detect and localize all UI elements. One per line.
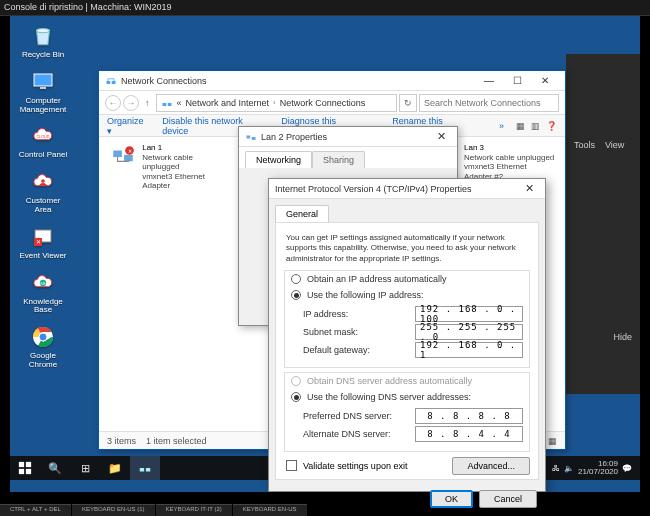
svg-text:✕: ✕ <box>127 148 131 154</box>
dns-group: Obtain DNS server address automatically … <box>284 372 530 452</box>
svg-text:CLOUD: CLOUD <box>37 135 50 139</box>
view-label[interactable]: View <box>605 140 624 150</box>
label: Obtain DNS server address automatically <box>307 376 472 386</box>
control-panel-icon[interactable]: CLOUD Control Panel <box>18 122 68 160</box>
back-button[interactable]: ← <box>105 95 121 111</box>
svg-rect-17 <box>113 151 122 158</box>
gateway-input[interactable]: 192 . 168 . 0 . 1 <box>415 342 523 358</box>
tab-networking[interactable]: Networking <box>245 151 312 168</box>
address-bar[interactable]: « Network and Internet › Network Connect… <box>156 94 398 112</box>
svg-rect-29 <box>19 469 24 474</box>
desktop-icons-column: Recycle Bin Computer Management CLOUD Co… <box>18 22 68 370</box>
kbdtab-ctrl-alt-del[interactable]: CTRL + ALT + DEL <box>0 504 71 516</box>
refresh-button[interactable]: ↻ <box>399 94 417 112</box>
event-icon: ✕ <box>28 223 58 251</box>
svg-rect-26 <box>252 137 256 140</box>
chevron-right-icon: › <box>273 98 276 107</box>
radio-ip-auto[interactable]: Obtain an IP address automatically <box>285 271 529 287</box>
view-large-icon[interactable]: ▥ <box>531 121 540 131</box>
computer-management-icon[interactable]: Computer Management <box>18 68 68 115</box>
knowledge-base-icon[interactable]: KB Knowledge Base <box>18 269 68 316</box>
event-viewer-icon[interactable]: ✕ Event Viewer <box>18 223 68 261</box>
crumb-1[interactable]: Network and Internet <box>186 98 270 108</box>
cancel-button[interactable]: Cancel <box>479 490 537 508</box>
svg-rect-31 <box>140 468 144 472</box>
explorer-taskbar-icon[interactable]: 📁 <box>100 456 130 480</box>
advanced-button[interactable]: Advanced... <box>452 457 530 475</box>
info-text: You can get IP settings assigned automat… <box>284 227 530 270</box>
close-button[interactable]: ✕ <box>531 72 559 90</box>
dialog-buttons: OK Cancel <box>269 484 545 514</box>
svg-rect-13 <box>107 81 111 84</box>
lan1-item[interactable]: ✕ Lan 1Network cable unpluggedvmxnet3 Et… <box>109 143 232 201</box>
svg-rect-32 <box>146 468 150 472</box>
window-titlebar[interactable]: Network Connections — ☐ ✕ <box>99 71 565 91</box>
cloud-kb-icon: KB <box>28 269 58 297</box>
window-title: Network Connections <box>121 76 207 86</box>
view-mode-icon[interactable]: ▦ <box>548 436 557 446</box>
search-button[interactable]: 🔍 <box>40 456 70 480</box>
forward-button[interactable]: → <box>123 95 139 111</box>
up-button[interactable]: ↑ <box>141 98 154 108</box>
customer-area-icon[interactable]: Customer Area <box>18 168 68 215</box>
google-chrome-icon[interactable]: Google Chrome <box>18 323 68 370</box>
task-view-button[interactable]: ⊞ <box>70 456 100 480</box>
dns1-input[interactable]: 8 . 8 . 8 . 8 <box>415 408 523 424</box>
search-input[interactable] <box>419 94 559 112</box>
label: Obtain an IP address automatically <box>307 274 446 284</box>
minimize-button[interactable]: — <box>475 72 503 90</box>
cloud-red-icon: CLOUD <box>28 122 58 150</box>
maximize-button[interactable]: ☐ <box>503 72 531 90</box>
label: Use the following DNS server addresses: <box>307 392 471 402</box>
ipv4-properties-dialog: Internet Protocol Version 4 (TCP/IPv4) P… <box>268 178 546 492</box>
clock-date[interactable]: 21/07/2020 <box>578 468 618 476</box>
breadcrumb-bar: ← → ↑ « Network and Internet › Network C… <box>99 91 565 115</box>
view-small-icon[interactable]: ▦ <box>516 121 525 131</box>
validate-checkbox[interactable]: Validate settings upon exit <box>284 456 409 475</box>
svg-rect-15 <box>162 103 166 106</box>
radio-dns-auto: Obtain DNS server address automatically <box>285 373 529 389</box>
tray-network-icon[interactable]: 🖧 <box>552 464 560 473</box>
close-button[interactable]: ✕ <box>519 182 539 195</box>
svg-text:KB: KB <box>41 281 46 285</box>
dialog-titlebar[interactable]: Internet Protocol Version 4 (TCP/IPv4) P… <box>269 179 545 199</box>
kbdtab-1[interactable]: KEYBOARD EN-US (1) <box>72 504 155 516</box>
hide-label[interactable]: Hide <box>613 332 632 342</box>
tab-general[interactable]: General <box>275 205 329 222</box>
recycle-bin-icon[interactable]: Recycle Bin <box>18 22 68 60</box>
network-taskbar-icon[interactable] <box>130 456 160 480</box>
close-button[interactable]: ✕ <box>431 130 451 143</box>
svg-rect-27 <box>19 462 24 467</box>
tools-label[interactable]: Tools <box>574 140 595 150</box>
tab-sharing[interactable]: Sharing <box>312 151 365 168</box>
gateway-label: Default gateway: <box>303 345 409 355</box>
crumb-up: « <box>177 98 182 108</box>
ip-address-group: Obtain an IP address automatically Use t… <box>284 270 530 368</box>
ip-input[interactable]: 192 . 168 . 0 . 100 <box>415 306 523 322</box>
help-icon[interactable]: ❓ <box>546 121 557 131</box>
dialog-titlebar[interactable]: Lan 2 Properties ✕ <box>239 127 457 147</box>
label: Use the following IP address: <box>307 290 423 300</box>
kbdtab-2[interactable]: KEYBOARD IT-IT (2) <box>156 504 232 516</box>
organize-menu[interactable]: Organize ▾ <box>107 116 150 136</box>
tray-sound-icon[interactable]: 🔈 <box>564 464 574 473</box>
cloud-user-icon <box>28 168 58 196</box>
mask-input[interactable]: 255 . 255 . 255 . 0 <box>415 324 523 340</box>
system-tray: ⌃ 🖧 🔈 16:0921/07/2020 💬 <box>541 456 638 480</box>
overflow-button[interactable]: » <box>499 121 504 131</box>
label: Computer Management <box>20 97 67 115</box>
notifications-icon[interactable]: 💬 <box>622 464 632 473</box>
lan3-status: Network cable unplugged <box>464 153 555 163</box>
lan1-status: Network cable unplugged <box>142 153 232 172</box>
svg-rect-25 <box>247 135 251 138</box>
ok-button[interactable]: OK <box>430 490 473 508</box>
svg-rect-28 <box>26 462 31 467</box>
radio-ip-manual[interactable]: Use the following IP address: <box>285 287 529 303</box>
crumb-2[interactable]: Network Connections <box>280 98 366 108</box>
ip-label: IP address: <box>303 309 409 319</box>
svg-rect-30 <box>26 469 31 474</box>
start-button[interactable] <box>10 456 40 480</box>
radio-dns-manual[interactable]: Use the following DNS server addresses: <box>285 389 529 405</box>
dialog-title: Lan 2 Properties <box>257 132 431 142</box>
dns2-input[interactable]: 8 . 8 . 4 . 4 <box>415 426 523 442</box>
